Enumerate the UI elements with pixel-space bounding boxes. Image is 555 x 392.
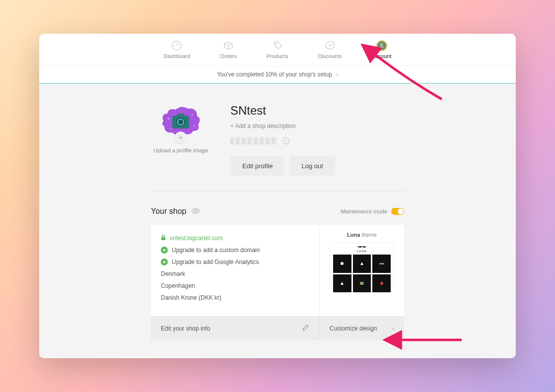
app-window: Dashboard Orders Products Discounts S Ac… bbox=[39, 34, 516, 358]
orders-icon bbox=[223, 40, 234, 51]
shop-header: Your shop Maintenance mode bbox=[151, 207, 404, 216]
shop-avatar-image: + bbox=[158, 104, 203, 138]
nav-account[interactable]: S Account bbox=[372, 40, 392, 59]
pencil-icon bbox=[302, 324, 309, 332]
chevron-right-icon: › bbox=[336, 71, 338, 78]
svg-point-1 bbox=[276, 43, 277, 44]
email-redacted bbox=[230, 137, 278, 144]
nav-products[interactable]: Products bbox=[267, 40, 288, 59]
profile-image-uploader[interactable]: + Upload a profile image bbox=[151, 104, 210, 153]
nav-label: Account bbox=[372, 53, 392, 59]
logout-button[interactable]: Log out bbox=[289, 156, 335, 176]
top-nav: Dashboard Orders Products Discounts S Ac… bbox=[39, 34, 516, 66]
nav-label: Discounts bbox=[318, 53, 342, 59]
theme-preview: LUNA bbox=[330, 243, 394, 287]
email-row: i bbox=[230, 137, 335, 144]
svg-point-11 bbox=[170, 128, 171, 129]
theme-panel: Luna theme LUNA bbox=[320, 225, 404, 316]
discounts-icon bbox=[325, 40, 336, 51]
profile-details: SNtest + Add a shop description i Edit p… bbox=[230, 104, 335, 176]
upgrade-domain-row[interactable]: ★ Upgrade to add a custom domain bbox=[161, 247, 309, 254]
products-icon bbox=[272, 40, 283, 51]
svg-point-3 bbox=[331, 46, 332, 46]
shop-info-panel: sntest.bigcartel.com ★ Upgrade to add a … bbox=[151, 225, 320, 316]
nav-label: Dashboard bbox=[164, 53, 191, 59]
profile-section: + Upload a profile image SNtest + Add a … bbox=[151, 104, 404, 176]
divider bbox=[151, 191, 404, 191]
upload-label: Upload a profile image bbox=[153, 147, 208, 153]
lock-icon bbox=[161, 235, 166, 242]
svg-point-2 bbox=[328, 44, 329, 45]
dashboard-icon bbox=[171, 40, 182, 51]
star-badge-icon: ★ bbox=[161, 247, 168, 254]
upgrade-analytics-row[interactable]: ★ Upgrade to add Google Analytics bbox=[161, 259, 309, 265]
nav-label: Orders bbox=[220, 53, 237, 59]
edit-profile-button[interactable]: Edit profile bbox=[230, 156, 284, 176]
svg-rect-5 bbox=[177, 114, 184, 117]
nav-label: Products bbox=[267, 53, 288, 59]
country-row: Denmark bbox=[161, 270, 309, 277]
add-photo-icon: + bbox=[175, 131, 187, 143]
svg-point-10 bbox=[194, 126, 195, 127]
city-row: Copenhagen bbox=[161, 282, 309, 289]
shop-heading: Your shop bbox=[151, 207, 186, 216]
account-avatar-icon: S bbox=[376, 40, 387, 51]
add-description-link[interactable]: + Add a shop description bbox=[230, 123, 335, 130]
shop-panels: sntest.bigcartel.com ★ Upgrade to add a … bbox=[151, 225, 404, 316]
nav-discounts[interactable]: Discounts bbox=[318, 40, 342, 59]
currency-row: Danish Krone (DKK kr) bbox=[161, 294, 309, 301]
edit-shop-info-button[interactable]: Edit your shop info bbox=[151, 316, 320, 340]
setup-progress-banner[interactable]: You've completed 10% of your shop's setu… bbox=[39, 66, 516, 84]
customize-design-button[interactable]: Customize design › bbox=[320, 316, 404, 340]
content-area: + Upload a profile image SNtest + Add a … bbox=[39, 84, 516, 358]
eye-icon[interactable] bbox=[191, 207, 200, 216]
svg-rect-13 bbox=[161, 237, 165, 240]
nav-dashboard[interactable]: Dashboard bbox=[164, 40, 191, 59]
maintenance-toggle-row: Maintenance mode bbox=[341, 208, 404, 215]
nav-orders[interactable]: Orders bbox=[220, 40, 237, 59]
svg-point-9 bbox=[192, 114, 193, 115]
maintenance-toggle[interactable] bbox=[391, 208, 404, 215]
maintenance-label: Maintenance mode bbox=[341, 208, 387, 214]
svg-point-8 bbox=[168, 118, 169, 120]
progress-text: You've completed 10% of your shop's setu… bbox=[217, 71, 332, 78]
theme-label: Luna theme bbox=[347, 232, 377, 238]
shop-url-link[interactable]: sntest.bigcartel.com bbox=[161, 235, 309, 242]
info-icon[interactable]: i bbox=[282, 137, 289, 144]
chevron-right-icon: › bbox=[392, 325, 394, 332]
svg-point-12 bbox=[195, 210, 197, 212]
shop-panel-footer: Edit your shop info Customize design › bbox=[151, 316, 404, 340]
star-badge-icon: ★ bbox=[161, 259, 168, 265]
shop-name-heading: SNtest bbox=[230, 104, 335, 118]
